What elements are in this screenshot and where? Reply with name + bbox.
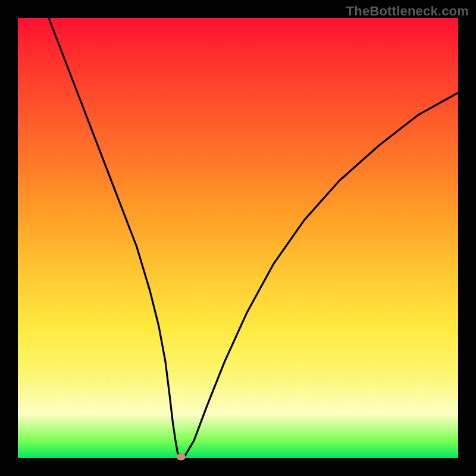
watermark-text: TheBottleneck.com	[346, 4, 469, 19]
optimum-marker	[176, 453, 185, 460]
curve-svg	[18, 18, 458, 458]
plot-area	[18, 18, 458, 458]
chart-frame: TheBottleneck.com	[0, 0, 476, 476]
bottleneck-curve	[49, 18, 458, 457]
